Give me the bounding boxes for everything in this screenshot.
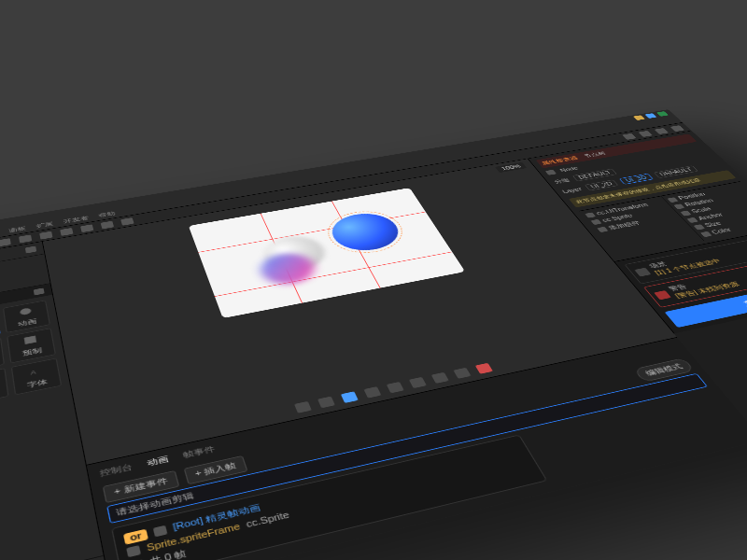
- svg-text:A: A: [30, 369, 37, 375]
- dist-v-icon[interactable]: [120, 217, 134, 226]
- layer-icon[interactable]: [409, 377, 427, 388]
- align-right-icon[interactable]: [19, 234, 32, 243]
- tile-label: 预制: [21, 346, 42, 358]
- tab-console[interactable]: 控制台: [99, 462, 134, 480]
- node-name[interactable]: Node: [558, 166, 579, 174]
- tab-nodetree[interactable]: 节点树: [582, 150, 607, 159]
- group-label: 分组: [552, 176, 571, 185]
- align-middle-icon[interactable]: [60, 228, 73, 236]
- app-window: Cocos Creator 文件 编辑 节点 组件 项目 面板 扩展 开发者 帮…: [0, 109, 747, 560]
- align-center-icon[interactable]: [0, 238, 11, 246]
- tile-anim[interactable]: 动画: [3, 301, 50, 333]
- tile-particle[interactable]: 粒子: [0, 368, 8, 406]
- component-icon: [585, 212, 596, 217]
- play-icon[interactable]: [622, 133, 636, 140]
- tab-events[interactable]: 帧事件: [182, 444, 217, 461]
- search-icon[interactable]: [25, 246, 36, 254]
- tab-animation[interactable]: 动画: [146, 454, 170, 469]
- guide-icon[interactable]: [363, 386, 381, 398]
- refresh-icon[interactable]: [453, 368, 471, 379]
- dist-h-icon[interactable]: [101, 220, 114, 229]
- snap-icon[interactable]: [317, 397, 335, 409]
- warning-icon: [654, 290, 671, 300]
- prop-icon: [667, 197, 678, 203]
- align-bottom-icon[interactable]: [80, 224, 93, 232]
- prop-icon: [673, 203, 684, 209]
- step-icon[interactable]: [655, 128, 669, 134]
- pause-icon[interactable]: [638, 131, 652, 137]
- tile-label: 字体: [26, 377, 48, 390]
- prop-icon: [700, 231, 712, 237]
- guide-h[interactable]: [215, 252, 453, 297]
- prop-icon: [686, 217, 698, 223]
- checkbox-icon[interactable]: [545, 170, 557, 175]
- layer-chip[interactable]: UI_2D: [585, 179, 619, 190]
- node-icon: [153, 525, 168, 537]
- grid-icon[interactable]: [294, 401, 312, 413]
- tile-font[interactable]: A字体: [10, 357, 62, 395]
- layer-chip-active[interactable]: UI_3D: [619, 174, 654, 185]
- ruler-icon[interactable]: [341, 391, 359, 403]
- info-icon[interactable]: [431, 372, 449, 384]
- settings-row[interactable]: 设置: [0, 555, 107, 560]
- left-footer: 设置 文件夹: [0, 555, 112, 560]
- align-top-icon[interactable]: [39, 231, 52, 239]
- prop-icon: [693, 224, 705, 230]
- lock-icon[interactable]: [387, 382, 404, 393]
- component-icon: [590, 219, 601, 225]
- tile-prefab[interactable]: 预制: [7, 329, 56, 364]
- layer-label: Layer: [561, 187, 584, 194]
- search-icon[interactable]: [34, 287, 45, 295]
- prop-icon: [680, 210, 691, 216]
- zoom-badge[interactable]: 100%: [495, 162, 527, 173]
- tile-label: 动画: [17, 317, 37, 329]
- error-icon[interactable]: [475, 363, 493, 374]
- scene-icon: [634, 268, 651, 277]
- plus-icon: [597, 227, 608, 232]
- settings-icon[interactable]: [670, 125, 684, 132]
- svg-rect-4: [24, 336, 36, 344]
- svg-point-1: [20, 307, 32, 315]
